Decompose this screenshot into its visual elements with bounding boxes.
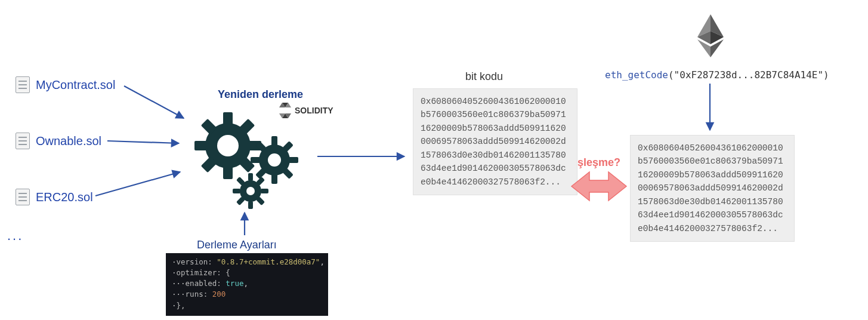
file-label: MyContract.sol	[36, 78, 115, 92]
svg-point-26	[240, 180, 261, 202]
svg-rect-19	[271, 174, 277, 184]
svg-rect-22	[282, 141, 293, 152]
svg-rect-35	[256, 196, 265, 205]
svg-rect-33	[236, 196, 245, 205]
svg-rect-18	[271, 136, 277, 146]
arrow-file3	[95, 172, 180, 196]
match-heading: eşleşme?	[572, 156, 620, 169]
getcode-address: "0xF287238d...82B7C84A14E"	[674, 69, 823, 81]
svg-point-7	[217, 135, 239, 156]
file-icon	[16, 76, 30, 93]
svg-rect-9	[223, 166, 233, 179]
svg-rect-25	[282, 168, 293, 179]
file-icon	[16, 133, 30, 149]
ethereum-icon	[696, 13, 725, 59]
svg-rect-32	[256, 177, 265, 186]
bytecode-heading: bit kodu	[465, 70, 503, 83]
solidity-icon	[279, 101, 291, 119]
compiled-bytecode: 0x60806040526004361062000010b5760003560e…	[413, 88, 577, 195]
arrow-file1	[124, 86, 184, 118]
svg-marker-42	[572, 172, 626, 201]
compiler-settings-snippet: ·version: "0.8.7+commit.e28d00a7", ·opti…	[166, 253, 328, 316]
svg-rect-23	[255, 168, 266, 179]
svg-point-17	[268, 153, 281, 167]
svg-rect-14	[201, 119, 217, 135]
eth-getcode-line: eth_getCode("0xF287238d...82B7C84A14E")	[605, 69, 829, 81]
file-item: Ownable.sol	[16, 133, 101, 149]
file-item: ERC20.sol	[16, 189, 93, 205]
file-label: Ownable.sol	[36, 134, 101, 148]
compile-heading: Yeniden derleme	[218, 88, 303, 101]
svg-rect-13	[201, 156, 217, 173]
onchain-bytecode: 0x60806040526004361062000010b5760003560e…	[630, 135, 795, 242]
file-label: ERC20.sol	[36, 190, 93, 204]
svg-rect-31	[261, 189, 268, 193]
file-item: MyContract.sol	[16, 76, 115, 93]
svg-rect-12	[239, 119, 255, 135]
svg-rect-34	[236, 177, 245, 186]
file-icon	[16, 189, 30, 205]
match-arrow	[572, 172, 626, 201]
solidity-label: SOLIDITY	[295, 106, 333, 115]
svg-rect-10	[194, 141, 208, 150]
svg-rect-21	[289, 157, 298, 163]
svg-rect-15	[239, 156, 255, 173]
svg-rect-8	[223, 112, 233, 125]
svg-rect-11	[248, 141, 261, 150]
svg-rect-30	[233, 189, 240, 193]
svg-rect-20	[251, 157, 260, 163]
getcode-method: eth_getCode	[605, 69, 668, 81]
svg-point-6	[205, 123, 251, 168]
settings-heading: Derleme Ayarları	[197, 239, 277, 251]
solidity-badge: SOLIDITY	[279, 101, 333, 119]
svg-rect-29	[248, 201, 253, 209]
svg-point-27	[246, 187, 255, 195]
arrow-file2	[107, 141, 179, 143]
svg-rect-24	[255, 141, 266, 152]
svg-rect-28	[248, 173, 253, 181]
file-ellipsis: ...	[7, 228, 23, 244]
svg-point-16	[259, 144, 290, 176]
